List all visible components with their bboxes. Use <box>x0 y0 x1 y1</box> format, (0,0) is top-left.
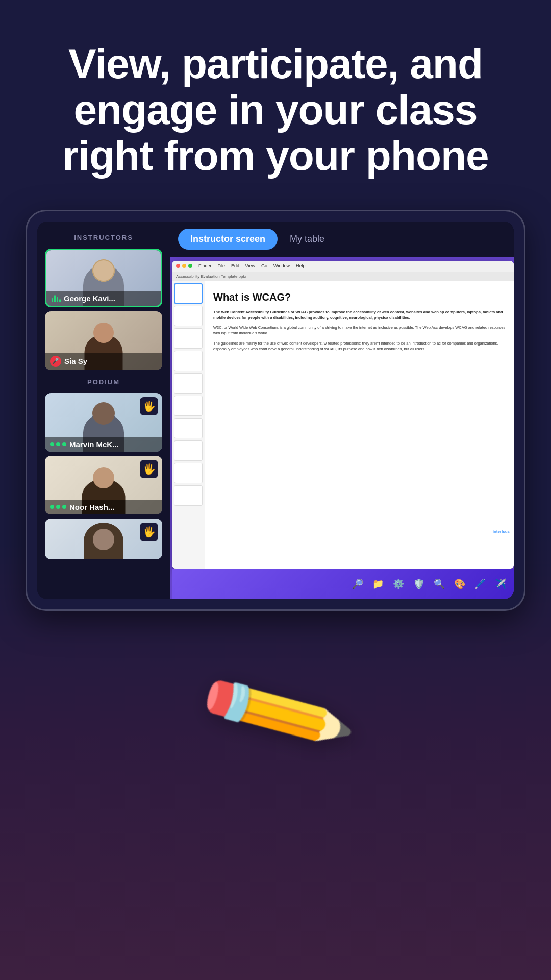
audio-bar <box>59 299 61 302</box>
left-panel: INSTRUCTORS George Kavi... <box>37 222 170 599</box>
slide-thumb-8[interactable] <box>174 440 203 461</box>
dock-icon-settings[interactable]: ⚙️ <box>389 575 408 593</box>
george-name: George Kavi... <box>64 294 115 303</box>
menu-view[interactable]: View <box>245 263 255 268</box>
dot <box>56 505 60 509</box>
dock-icon-shield[interactable]: 🛡️ <box>410 575 428 593</box>
george-name-bar: George Kavi... <box>46 291 161 306</box>
menu-edit[interactable]: Edit <box>231 263 239 268</box>
header-section: View, participate, and engage in your cl… <box>0 0 551 210</box>
slide-thumb-9[interactable] <box>174 463 203 483</box>
dot <box>62 442 66 446</box>
macos-dock: 🔎 📁 ⚙️ 🛡️ 🔍 🎨 🖊️ ✈️ <box>172 569 514 599</box>
dots-noor <box>50 505 66 509</box>
slide-thumb-1[interactable] <box>174 283 203 304</box>
hand-badge-noor: 🖐 <box>140 460 158 478</box>
dock-icon-files[interactable]: 📁 <box>369 575 387 593</box>
menu-finder[interactable]: Finder <box>198 263 212 268</box>
tab-bar: Instructor screen My table <box>170 222 514 257</box>
hand-badge-marvin: 🖐 <box>140 397 158 415</box>
slide-para-1: The Web Content Accessibility Guidelines… <box>213 310 503 320</box>
dot <box>50 505 54 509</box>
screen-share-content: Finder File Edit View Go Window Help Acc… <box>170 257 514 599</box>
participant-card-5[interactable]: 🖐 <box>45 519 162 559</box>
minimize-button[interactable] <box>182 264 186 268</box>
dock-icon-finder[interactable]: 🔎 <box>348 575 367 593</box>
slide-title: What is WCAG? <box>213 291 506 303</box>
dock-icon-search[interactable]: 🔍 <box>430 575 448 593</box>
slide-para-3: The guidelines are mainly for the use of… <box>213 340 506 352</box>
slide-para-2: W3C, or World Wide Web Consortium, is a … <box>213 325 506 336</box>
maximize-button[interactable] <box>188 264 192 268</box>
device-mockup: INSTRUCTORS George Kavi... <box>26 210 525 611</box>
tab-my-table[interactable]: My table <box>286 229 329 250</box>
menu-window[interactable]: Window <box>273 263 290 268</box>
instructors-label: INSTRUCTORS <box>45 234 162 241</box>
participant-card-noor[interactable]: 🖐 Noor Hash... <box>45 456 162 514</box>
dot <box>62 505 66 509</box>
slide-thumb-7[interactable] <box>174 418 203 438</box>
dot <box>50 442 54 446</box>
menu-file[interactable]: File <box>218 263 226 268</box>
participant-card-george[interactable]: George Kavi... <box>45 249 162 307</box>
dock-icon-paint[interactable]: 🎨 <box>450 575 469 593</box>
noor-name-bar: Noor Hash... <box>45 500 162 514</box>
slide-body: The Web Content Accessibility Guidelines… <box>213 309 506 352</box>
macos-content: What is WCAG? The Web Content Accessibil… <box>172 281 514 569</box>
audio-bars-george <box>52 294 61 302</box>
dock-icon-arrow[interactable]: ✈️ <box>491 575 510 593</box>
device-section: INSTRUCTORS George Kavi... <box>0 210 551 611</box>
dot <box>56 442 60 446</box>
audio-bar <box>57 297 58 302</box>
right-panel: Instructor screen My table <box>170 222 514 599</box>
marvin-name: Marvin McK... <box>69 440 119 449</box>
brand-logo: interlsus <box>493 529 510 534</box>
menu-go[interactable]: Go <box>261 263 267 268</box>
page-title: View, participate, and engage in your cl… <box>31 41 520 179</box>
sia-name: Sia Sy <box>64 357 87 365</box>
menu-help[interactable]: Help <box>296 263 306 268</box>
dock-icon-pen[interactable]: 🖊️ <box>471 575 489 593</box>
main-slide: What is WCAG? The Web Content Accessibil… <box>205 281 514 569</box>
traffic-lights <box>176 264 192 268</box>
audio-bar <box>52 298 53 302</box>
app-ui: INSTRUCTORS George Kavi... <box>37 222 514 599</box>
slide-thumb-3[interactable] <box>174 328 203 349</box>
tab-instructor-screen[interactable]: Instructor screen <box>178 229 278 250</box>
mute-icon: 🎤 <box>50 356 61 367</box>
macos-menubar: Finder File Edit View Go Window Help <box>172 261 514 272</box>
hand-badge-5: 🖐 <box>140 523 158 541</box>
close-button[interactable] <box>176 264 180 268</box>
bottom-section: ✏️ <box>0 611 551 815</box>
filename-bar: Accessability Evaluation Template.pptx <box>172 272 514 281</box>
slide-thumb-4[interactable] <box>174 351 203 371</box>
slides-sidebar <box>172 281 205 569</box>
dots-marvin <box>50 442 66 446</box>
sia-name-bar: 🎤 Sia Sy <box>45 353 162 370</box>
noor-name: Noor Hash... <box>69 503 114 511</box>
marvin-name-bar: Marvin McK... <box>45 437 162 452</box>
macos-window: Finder File Edit View Go Window Help Acc… <box>172 261 514 569</box>
slide-thumb-6[interactable] <box>174 396 203 416</box>
audio-bar <box>54 295 56 302</box>
slide-thumb-2[interactable] <box>174 306 203 326</box>
pencil-icon: ✏️ <box>190 629 361 797</box>
slide-thumb-5[interactable] <box>174 373 203 394</box>
filename: Accessability Evaluation Template.pptx <box>176 274 246 279</box>
participant-card-sia[interactable]: 🎤 Sia Sy <box>45 311 162 370</box>
participant-card-marvin[interactable]: 🖐 Marvin McK... <box>45 393 162 452</box>
podium-label: PODIUM <box>45 378 162 386</box>
slide-thumb-10[interactable] <box>174 485 203 506</box>
